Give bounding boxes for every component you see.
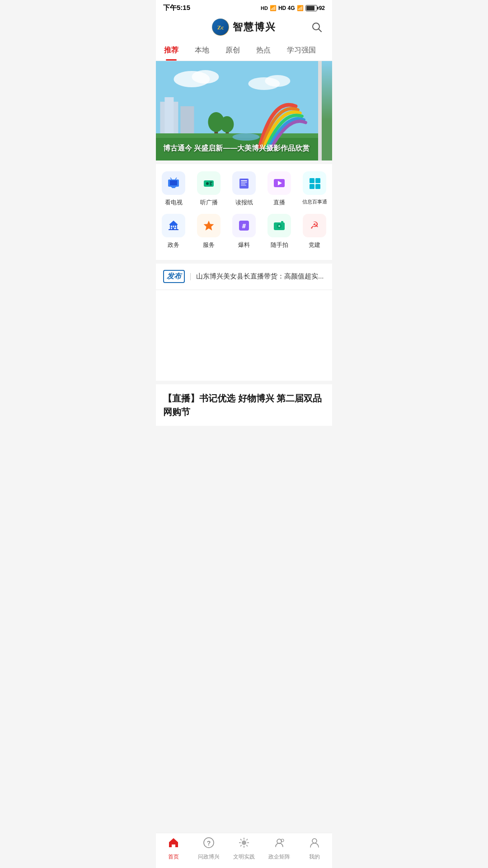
ticker-divider bbox=[190, 273, 191, 280]
icons-row-1: 看电视 听广播 bbox=[156, 171, 332, 207]
icon-radio-label: 听广播 bbox=[200, 198, 218, 207]
svg-rect-29 bbox=[210, 184, 212, 185]
news-ticker[interactable]: 发布 山东博兴美女县长直播带货：高颜值超实... bbox=[156, 264, 332, 289]
battery-cap bbox=[317, 7, 319, 9]
svg-point-6 bbox=[192, 70, 219, 84]
tab-bendi[interactable]: 本地 bbox=[187, 40, 217, 61]
icon-zhengwu[interactable]: 政务 bbox=[158, 214, 189, 249]
svg-rect-39 bbox=[310, 184, 314, 189]
signal-icon: 📶 bbox=[270, 5, 277, 11]
icon-service-bg bbox=[197, 214, 221, 237]
svg-text:#: # bbox=[242, 222, 246, 230]
network-type: HD 4G bbox=[278, 5, 295, 11]
svg-rect-37 bbox=[310, 178, 314, 183]
icon-info-label: 信息百事通 bbox=[302, 198, 327, 205]
icon-live-label: 直播 bbox=[273, 198, 285, 207]
logo-container: Zc 智慧博兴 bbox=[212, 19, 276, 36]
icon-info[interactable]: 信息百事通 bbox=[299, 171, 330, 207]
status-indicators: HD 📶 HD 4G 📶 92 bbox=[261, 5, 325, 11]
icon-baoliao-label: 爆料 bbox=[238, 241, 250, 249]
svg-rect-11 bbox=[164, 97, 174, 138]
banner-main[interactable]: 博古通今 兴盛启新——大美博兴摄影作品欣赏 bbox=[156, 61, 318, 160]
icon-newspaper-bg bbox=[232, 171, 256, 195]
search-button[interactable] bbox=[309, 19, 325, 35]
tab-tuijian[interactable]: 推荐 bbox=[156, 40, 187, 61]
svg-point-8 bbox=[265, 75, 290, 87]
nav-tabs: 推荐 本地 原创 热点 学习强国 博 bbox=[156, 40, 332, 61]
svg-point-55 bbox=[279, 226, 280, 227]
icon-newspaper[interactable]: 读报纸 bbox=[229, 171, 259, 207]
svg-point-15 bbox=[220, 116, 234, 132]
battery-level: 92 bbox=[319, 5, 325, 11]
icon-newspaper-label: 读报纸 bbox=[235, 198, 253, 207]
icon-info-bg bbox=[303, 171, 326, 195]
banner-container[interactable]: 博古通今 兴盛启新——大美博兴摄影作品欣赏 bbox=[156, 61, 332, 160]
svg-text:Zc: Zc bbox=[217, 24, 224, 31]
article-card[interactable]: 【直播】书记优选 好物博兴 第二届双品网购节 bbox=[156, 384, 332, 426]
status-time: 下午5:15 bbox=[163, 4, 190, 12]
icon-live-bg bbox=[267, 171, 291, 195]
banner-caption: 博古通今 兴盛启新——大美博兴摄影作品欣赏 bbox=[163, 144, 310, 153]
svg-rect-42 bbox=[171, 226, 172, 227]
svg-line-23 bbox=[170, 178, 172, 179]
icon-radio[interactable]: 听广播 bbox=[193, 171, 224, 207]
svg-text:☭: ☭ bbox=[310, 220, 319, 231]
icon-photo-bg bbox=[267, 214, 291, 237]
svg-marker-49 bbox=[204, 221, 214, 231]
battery-fill bbox=[306, 6, 315, 10]
svg-rect-21 bbox=[172, 187, 175, 188]
banner-secondary bbox=[322, 61, 332, 160]
app-title: 智慧博兴 bbox=[233, 20, 276, 34]
svg-marker-47 bbox=[169, 221, 178, 225]
svg-rect-33 bbox=[241, 184, 245, 184]
svg-rect-28 bbox=[210, 183, 211, 184]
svg-rect-27 bbox=[210, 182, 212, 183]
icon-zhengwu-label: 政务 bbox=[168, 241, 179, 249]
icons-row-2: 政务 服务 # 爆料 bbox=[156, 214, 332, 249]
article-title: 【直播】书记优选 好物博兴 第二届双品网购节 bbox=[163, 392, 325, 419]
icon-dangjian[interactable]: ☭ 党建 bbox=[299, 214, 330, 249]
svg-rect-56 bbox=[281, 221, 283, 223]
tab-xuexi[interactable]: 学习强国 bbox=[279, 40, 324, 61]
tab-redian[interactable]: 热点 bbox=[248, 40, 279, 61]
tab-yuanchuang[interactable]: 原创 bbox=[217, 40, 248, 61]
icon-dangjian-label: 党建 bbox=[309, 241, 320, 249]
icon-tv[interactable]: 看电视 bbox=[158, 171, 189, 207]
tab-bo[interactable]: 博 bbox=[324, 40, 332, 61]
status-bar: 下午5:15 HD 📶 HD 4G 📶 92 bbox=[156, 0, 332, 14]
svg-rect-22 bbox=[171, 187, 176, 187]
svg-rect-34 bbox=[241, 185, 246, 186]
icon-tv-label: 看电视 bbox=[165, 198, 183, 207]
logo-icon: Zc bbox=[212, 19, 229, 36]
svg-rect-43 bbox=[173, 226, 174, 227]
app-header: Zc 智慧博兴 bbox=[156, 14, 332, 40]
icon-tv-bg bbox=[162, 171, 185, 195]
content-area bbox=[156, 290, 332, 381]
icon-radio-bg bbox=[197, 171, 221, 195]
icon-baoliao[interactable]: # 爆料 bbox=[229, 214, 259, 249]
svg-rect-44 bbox=[175, 226, 176, 227]
svg-line-24 bbox=[175, 178, 177, 179]
svg-rect-40 bbox=[315, 184, 320, 189]
icon-photo-label: 随手拍 bbox=[271, 241, 288, 249]
icons-grid: 看电视 听广播 bbox=[156, 164, 332, 260]
svg-rect-31 bbox=[241, 180, 247, 181]
ticker-text: 山东博兴美女县长直播带货：高颜值超实... bbox=[196, 272, 325, 281]
icon-photo[interactable]: 随手拍 bbox=[264, 214, 295, 249]
network-label: HD bbox=[261, 5, 268, 11]
svg-rect-48 bbox=[169, 229, 178, 230]
svg-rect-10 bbox=[180, 106, 194, 138]
icon-zhengwu-bg bbox=[162, 214, 185, 237]
svg-rect-38 bbox=[315, 178, 320, 183]
ticker-badge: 发布 bbox=[163, 270, 185, 283]
svg-rect-20 bbox=[170, 180, 177, 185]
wifi-icon: 📶 bbox=[297, 5, 304, 11]
battery-icon bbox=[305, 5, 317, 11]
icon-service[interactable]: 服务 bbox=[193, 214, 224, 249]
svg-point-26 bbox=[206, 182, 209, 185]
svg-line-3 bbox=[319, 29, 321, 32]
icon-live[interactable]: 直播 bbox=[264, 171, 295, 207]
svg-rect-32 bbox=[241, 182, 247, 183]
icon-service-label: 服务 bbox=[203, 241, 215, 249]
svg-point-18 bbox=[232, 133, 259, 141]
